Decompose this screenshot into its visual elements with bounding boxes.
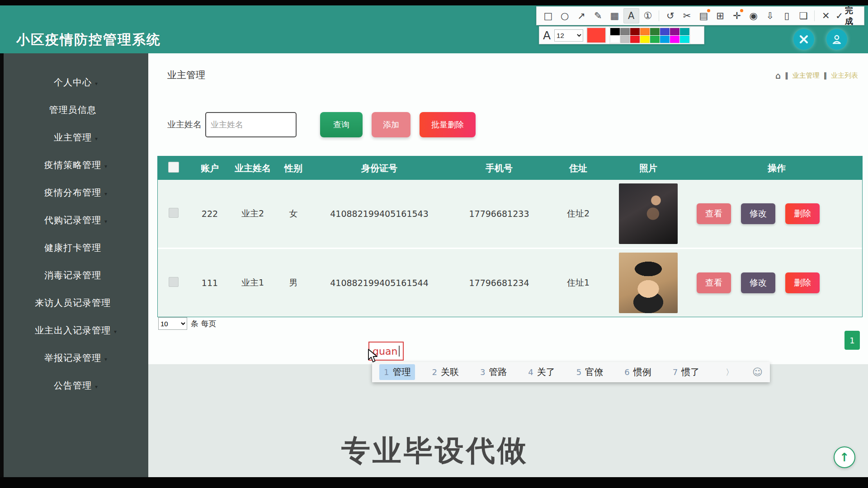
delete-button[interactable]: 删除 (785, 203, 820, 224)
id-card-cell: 410882199405161544 (311, 278, 447, 288)
toolbar-divider (814, 10, 815, 21)
mosaic-tool-icon: ▦ (610, 10, 619, 21)
palette-color-swatch[interactable] (650, 28, 660, 35)
record-button[interactable]: ◉ (745, 8, 761, 23)
bookmark-button[interactable]: ❏ (796, 8, 811, 23)
sidebar-item[interactable]: 健康打卡管理 ▾ (4, 234, 148, 262)
sidebar-item[interactable]: 疫情策略管理 ▾ (4, 151, 148, 179)
cancel-capture-icon[interactable]: ✕ (818, 8, 834, 23)
letterbox-top (0, 0, 868, 5)
edit-button[interactable]: 修改 (741, 203, 775, 224)
palette-color-swatch[interactable] (640, 28, 650, 35)
palette-color-swatch[interactable] (680, 28, 689, 35)
cut-button[interactable]: ✂ (679, 8, 695, 23)
done-button[interactable]: ✓ 完成 (835, 5, 860, 27)
phone-button[interactable]: ▯ (779, 8, 795, 23)
home-icon[interactable]: ⌂ (775, 70, 781, 80)
ime-candidate[interactable]: 7 惯了 (668, 364, 704, 380)
breadcrumb: ⌂ ‖ 业主管理 ‖ 业主列表 (775, 70, 858, 80)
palette-color-swatch[interactable] (620, 28, 630, 35)
palette-color-swatch[interactable] (610, 36, 620, 43)
palette-color-swatch[interactable] (640, 36, 650, 43)
view-button[interactable]: 查看 (697, 272, 731, 293)
mosaic-tool-button[interactable]: ▦ (607, 8, 623, 23)
palette-color-swatch[interactable] (660, 36, 670, 43)
step-number-tool-icon: ① (644, 10, 652, 21)
undo-button[interactable]: ↺ (662, 8, 678, 23)
ime-candidate[interactable]: 5 官僚 (572, 364, 608, 380)
notification-dot (707, 9, 710, 12)
edit-button[interactable]: 修改 (741, 272, 775, 293)
pencil-tool-button[interactable]: ✎ (590, 8, 606, 23)
sidebar-item[interactable]: 举报记录管理 ▾ (4, 344, 148, 372)
per-page-select[interactable]: 10 (158, 317, 187, 330)
sidebar-item-label: 来访人员记录管理 (35, 297, 111, 309)
sidebar-item[interactable]: 来访人员记录管理 ▾ (4, 289, 148, 317)
candidate-text: 惯了 (681, 366, 699, 378)
owner-name-input[interactable] (205, 112, 297, 137)
chevron-down-icon: ▾ (95, 384, 98, 390)
ime-next-page-icon[interactable]: 〉 (726, 367, 734, 378)
row-checkbox[interactable] (169, 277, 179, 287)
palette-color-swatch[interactable] (670, 36, 679, 43)
select-all-checkbox[interactable] (168, 162, 179, 173)
delete-button[interactable]: 删除 (785, 272, 820, 293)
breadcrumb-separator: ‖ (785, 71, 788, 80)
palette-color-swatch[interactable] (620, 36, 630, 43)
exit-capture-button[interactable] (793, 29, 814, 50)
table-row: 111 业主1 男 410882199405161544 17796681234… (158, 249, 862, 317)
back-to-top-button[interactable]: ↑ (834, 446, 855, 468)
download-button[interactable]: ⇩ (762, 8, 778, 23)
font-size-select[interactable]: 12 (554, 29, 583, 42)
text-tool-button[interactable]: A (623, 8, 639, 23)
batch-delete-button[interactable]: 批量删除 (420, 112, 476, 137)
sidebar-item[interactable]: 公告管理 ▾ (4, 372, 148, 399)
table-header-cell: 身份证号 (311, 162, 447, 174)
sidebar-item[interactable]: 代购记录管理 ▾ (4, 206, 148, 234)
sidebar-item[interactable]: 个人中心 ▾ (4, 69, 148, 96)
step-number-tool-button[interactable]: ① (640, 8, 656, 23)
palette-color-swatch[interactable] (650, 36, 660, 43)
view-button[interactable]: 查看 (697, 203, 731, 224)
sidebar-item[interactable]: 消毒记录管理 ▾ (4, 262, 148, 289)
table-header-cell: 账户 (189, 162, 230, 174)
palette-color-swatch[interactable] (680, 36, 689, 43)
sidebar-item[interactable]: 管理员信息 ▾ (4, 96, 148, 124)
current-color-swatch[interactable] (587, 28, 606, 43)
rectangle-tool-button[interactable]: □ (540, 8, 556, 23)
sticker-translate-button[interactable]: ▤ (696, 8, 712, 23)
ime-candidate[interactable]: 1 管理 (379, 364, 415, 380)
breadcrumb-link-owner-management[interactable]: 业主管理 (793, 71, 820, 80)
search-label: 业主姓名 (167, 119, 202, 131)
palette-color-swatch[interactable] (610, 28, 620, 35)
text-caret (399, 346, 400, 357)
add-button[interactable]: 添加 (372, 112, 410, 137)
pin-button[interactable]: ✛ (729, 8, 745, 23)
download-icon: ⇩ (766, 10, 774, 21)
ocr-scan-button[interactable]: ⊞ (712, 8, 728, 23)
palette-color-swatch[interactable] (670, 28, 679, 35)
ime-candidate[interactable]: 3 管路 (476, 364, 511, 380)
sidebar-item[interactable]: 业主管理 ▾ (4, 124, 148, 151)
arrow-tool-button[interactable]: ↗ (574, 8, 590, 23)
done-label: 完成 (845, 5, 860, 27)
ime-candidate[interactable]: 2 关联 (427, 364, 463, 380)
ellipse-tool-button[interactable]: ○ (557, 8, 573, 23)
palette-color-swatch[interactable] (660, 28, 670, 35)
sidebar-item[interactable]: 业主出入记录管理 ▾ (4, 317, 148, 344)
row-checkbox[interactable] (169, 208, 179, 218)
breadcrumb-link-owner-list[interactable]: 业主列表 (831, 71, 858, 80)
palette-color-swatch[interactable] (630, 36, 640, 43)
sidebar-item[interactable]: 疫情分布管理 ▾ (4, 179, 148, 206)
user-button[interactable] (826, 29, 847, 50)
palette-color-swatch[interactable] (630, 28, 640, 35)
pagination: 10 条 每页 (158, 317, 216, 330)
query-button[interactable]: 查询 (320, 112, 363, 137)
emoji-picker-icon[interactable]: ☺ (752, 366, 763, 378)
ime-candidate[interactable]: 4 关了 (524, 364, 559, 380)
row-select-cell (158, 208, 189, 220)
sidebar-item-label: 疫情分布管理 (44, 187, 101, 199)
ime-candidate[interactable]: 6 惯例 (620, 364, 656, 380)
page-number-button[interactable]: 1 (844, 331, 860, 350)
chevron-down-icon: ▾ (95, 136, 98, 142)
